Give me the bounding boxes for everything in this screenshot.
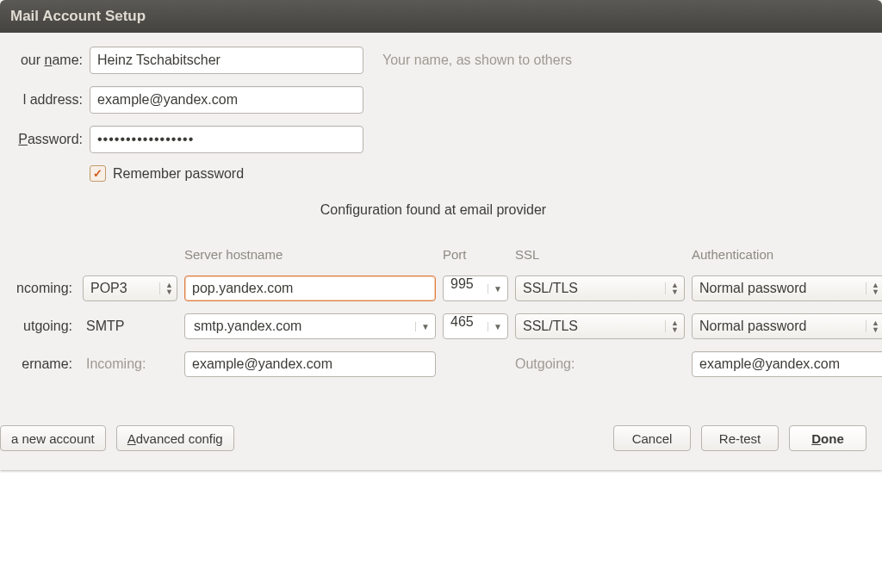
done-button[interactable]: Done	[789, 425, 866, 451]
outgoing-protocol-static: SMTP	[83, 319, 177, 334]
dialog-body: our name: Your name, as shown to others …	[0, 33, 882, 470]
label-username-row: ername:	[0, 356, 76, 372]
spinner-arrows-icon: ▲▼	[866, 282, 879, 294]
button-bar: a new account Advanced config Cancel Re-…	[0, 425, 866, 451]
label-your-name: our name:	[0, 53, 90, 68]
email-input[interactable]	[90, 86, 363, 114]
get-new-account-button[interactable]: a new account	[0, 425, 106, 451]
username-outgoing-input[interactable]	[692, 351, 882, 377]
dropdown-arrow-icon: ▼	[415, 322, 430, 331]
incoming-ssl-select[interactable]: SSL/TLS ▲▼	[515, 275, 685, 301]
incoming-port-combo[interactable]: 995 ▼	[443, 275, 508, 301]
outgoing-hostname-combo[interactable]: ▼	[184, 313, 436, 339]
spinner-arrows-icon: ▲▼	[866, 320, 879, 332]
label-username-outgoing: Outgoing:	[515, 356, 685, 372]
header-ssl: SSL	[515, 247, 685, 263]
remember-password-label: Remember password	[113, 166, 244, 182]
outgoing-port-combo[interactable]: 465 ▼	[443, 313, 508, 339]
spinner-arrows-icon: ▲▼	[665, 320, 679, 332]
mail-account-setup-window: Mail Account Setup our name: Your name, …	[0, 0, 882, 470]
outgoing-hostname-input[interactable]	[192, 313, 410, 339]
header-server-hostname: Server hostname	[184, 247, 436, 263]
your-name-input[interactable]	[90, 46, 363, 74]
header-port: Port	[443, 247, 508, 263]
remember-password-checkbox[interactable]: ✓	[90, 165, 106, 182]
titlebar: Mail Account Setup	[0, 0, 882, 33]
header-authentication: Authentication	[692, 247, 882, 263]
your-name-hint: Your name, as shown to others	[382, 53, 572, 68]
label-incoming-row: ncoming:	[0, 281, 76, 296]
spinner-arrows-icon: ▲▼	[665, 282, 679, 294]
row-password: Password:	[0, 126, 866, 153]
outgoing-ssl-select[interactable]: SSL/TLS ▲▼	[515, 313, 685, 339]
incoming-hostname-input[interactable]	[184, 275, 436, 301]
config-found-message: Configuration found at email provider	[0, 202, 866, 218]
outgoing-auth-select[interactable]: Normal password ▲▼	[692, 313, 882, 339]
password-input[interactable]	[90, 126, 363, 153]
row-your-name: our name: Your name, as shown to others	[0, 46, 866, 74]
dropdown-arrow-icon: ▼	[488, 322, 502, 331]
advanced-config-button[interactable]: Advanced config	[116, 425, 234, 451]
label-email-address: l address:	[0, 92, 90, 108]
username-incoming-input[interactable]	[184, 351, 436, 377]
retest-button[interactable]: Re-test	[701, 425, 779, 451]
label-outgoing-row: utgoing:	[0, 319, 76, 334]
row-email-address: l address:	[0, 86, 866, 114]
cancel-button[interactable]: Cancel	[613, 425, 691, 451]
incoming-protocol-select[interactable]: POP3 ▲▼	[83, 275, 177, 301]
dropdown-arrow-icon: ▼	[488, 284, 502, 294]
spinner-arrows-icon: ▲▼	[159, 282, 173, 294]
incoming-auth-select[interactable]: Normal password ▲▼	[692, 275, 882, 301]
label-password: Password:	[0, 132, 90, 147]
server-config-grid: Server hostname Port SSL Authentication …	[0, 247, 866, 377]
label-username-incoming: Incoming:	[83, 356, 177, 372]
row-remember-password: ✓ Remember password	[90, 165, 866, 182]
window-title: Mail Account Setup	[10, 8, 146, 25]
